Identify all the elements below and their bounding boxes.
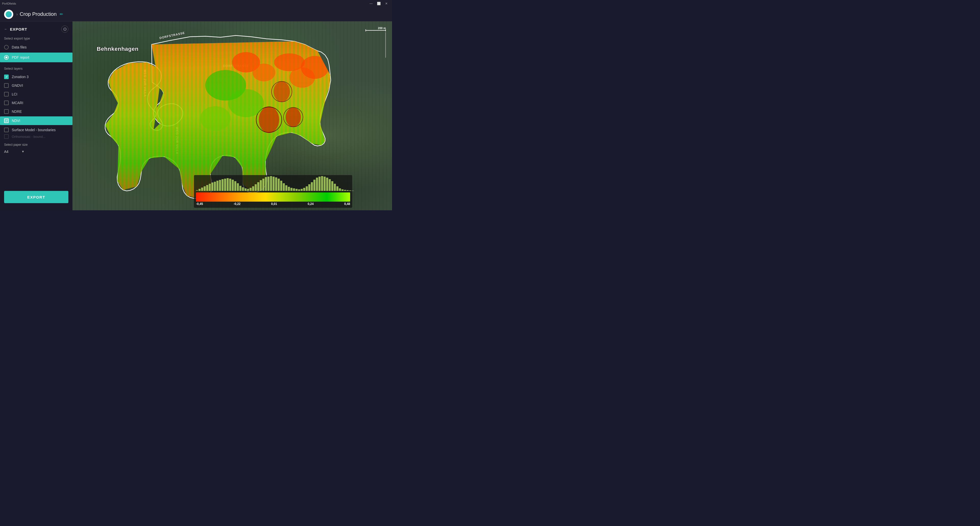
svg-rect-70 [321,176,323,191]
layer-label-gndvi: GNDVI [12,83,23,87]
paper-size-label: Select paper size [4,143,68,146]
sidebar: ← EXPORT ⊙ Select export type Data files… [0,21,73,210]
scale-bar: 200 m [366,27,386,58]
svg-rect-46 [260,180,262,191]
checkbox-mcari [4,100,9,105]
radio-option-pdf[interactable]: PDF report [0,52,73,62]
svg-rect-66 [311,182,313,191]
breadcrumb-arrow: › [16,12,18,17]
svg-rect-30 [219,180,221,191]
svg-rect-65 [308,184,310,191]
layer-zonation3[interactable]: Zonation 3 [0,73,73,81]
legend-container: -0,45 -0,22 0,01 0,24 0,48 [194,175,352,208]
svg-rect-79 [344,190,346,191]
layer-ndvi-active[interactable]: NDVI [0,116,73,125]
svg-rect-37 [237,183,239,191]
back-arrow-icon: ← [4,27,8,31]
settings-icon[interactable]: ⊙ [61,25,68,33]
checkbox-surface-model [4,128,9,132]
settings-icon-inner: ⊙ [63,26,67,32]
street-label-dorfstrasse2: DORFSTRASSE [223,64,249,68]
svg-rect-60 [296,189,298,191]
svg-rect-32 [224,179,226,191]
maximize-button[interactable]: ⬜ [375,0,382,7]
svg-rect-68 [316,178,318,191]
svg-rect-55 [283,183,285,191]
select-arrow-icon: ▼ [21,150,24,153]
svg-rect-33 [227,178,229,191]
svg-rect-59 [293,188,295,191]
legend-val-0: -0,45 [196,202,203,206]
legend-val-3: 0,24 [307,202,313,206]
checkbox-ndre [4,109,9,114]
map-area: 200 m Behnkenhagen DORFSTRASSE DORFSTRAS… [73,21,392,210]
app-logo [4,10,13,19]
layer-ndvi[interactable]: NDVI [0,116,73,125]
export-type-label: Select export type [0,36,73,42]
export-button[interactable]: EXPORT [4,191,68,203]
street-label-weg2: WEG ZUR VILLA [175,127,179,154]
app-body: ← EXPORT ⊙ Select export type Data files… [0,21,392,210]
export-header: ← EXPORT ⊙ [0,24,73,36]
paper-size-select[interactable]: A4 ▼ [4,149,24,155]
svg-rect-58 [290,188,293,191]
radio-circle-data-files [4,45,9,49]
layer-lci[interactable]: LCI [0,90,73,99]
logo-inner [6,11,12,17]
layer-mcari[interactable]: MCARI [0,99,73,107]
layer-label-zonation3: Zonation 3 [12,75,29,79]
svg-rect-34 [229,179,231,191]
svg-rect-41 [247,189,249,191]
main-header: › Crop Production ✏ [0,7,392,21]
svg-rect-77 [339,188,341,191]
radio-label-data-files: Data files [12,45,27,49]
layers-label: Select layers [0,66,73,73]
svg-rect-80 [347,190,348,191]
layer-gndvi[interactable]: GNDVI [0,81,73,90]
layer-surface-model[interactable]: Surface Model - boundaries [0,126,73,134]
layer-label-surface-model: Surface Model - boundaries [12,128,56,132]
svg-rect-54 [280,181,282,191]
layer-ndre[interactable]: NDRE [0,107,73,116]
legend-gradient [196,192,350,202]
legend-val-1: -0,22 [234,202,240,206]
radio-option-data-files[interactable]: Data files [0,42,73,52]
close-button[interactable]: ✕ [383,0,390,7]
svg-rect-82 [352,191,354,191]
scale-vertical [385,32,386,58]
street-label-weg1: WEG ZUR VILLA [143,70,147,97]
svg-rect-35 [232,180,234,191]
svg-rect-74 [331,181,333,191]
export-title: EXPORT [10,27,27,32]
svg-rect-28 [214,182,216,191]
layer-label-ndvi: NDVI [12,119,20,123]
layer-partial[interactable]: Orthomosaic - bound... [0,134,73,139]
svg-rect-42 [250,188,251,191]
svg-rect-69 [318,176,321,191]
layer-label-mcari: MCARI [12,101,23,105]
export-back-button[interactable]: ← EXPORT [4,27,27,32]
svg-rect-56 [285,185,287,191]
svg-rect-71 [324,176,326,191]
legend-val-2: 0,01 [271,202,277,206]
layer-label-partial: Orthomosaic - bound... [12,135,45,138]
svg-rect-47 [262,179,264,191]
edit-icon[interactable]: ✏ [60,12,63,17]
svg-rect-76 [336,186,339,191]
svg-rect-22 [199,189,200,191]
radio-option-pdf-active[interactable]: PDF report [0,52,73,62]
window-controls: — ⬜ ✕ [368,0,390,7]
svg-rect-24 [204,186,206,191]
svg-rect-36 [234,181,236,191]
scale-label: 200 m [378,27,386,30]
svg-rect-61 [298,189,300,191]
svg-rect-72 [326,178,328,191]
svg-rect-62 [301,189,303,191]
city-label: Behnkenhagen [97,46,138,52]
export-btn-container: EXPORT [0,188,73,207]
layer-label-ndre: NDRE [12,110,22,114]
layer-label-lci: LCI [12,92,18,96]
svg-rect-57 [288,187,290,191]
minimize-button[interactable]: — [368,0,375,7]
svg-rect-26 [209,184,211,191]
